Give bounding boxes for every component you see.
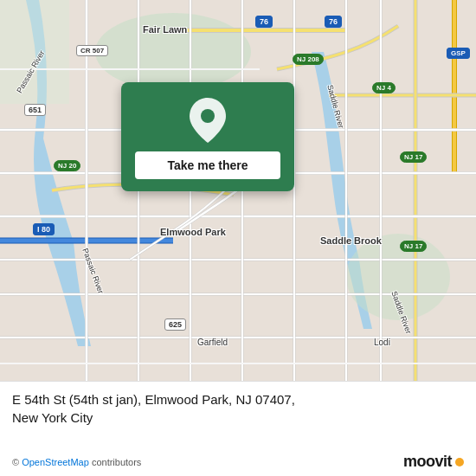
address-line2: New York City [12, 408, 464, 427]
shield-nj4: NJ 4 [372, 82, 396, 93]
label-lodi: Lodi [374, 338, 390, 347]
svg-point-44 [201, 109, 215, 123]
map-container: 76 76 CR 507 651 NJ 20 NJ 208 NJ 4 NJ 17… [0, 0, 476, 381]
label-garfield: Garfield [197, 338, 228, 347]
shield-gsp: GSP [447, 48, 470, 59]
shield-nj20: NJ 20 [54, 160, 80, 171]
svg-rect-3 [0, 0, 69, 104]
shield-nj17-top: NJ 17 [400, 151, 427, 163]
address-line1: E 54th St (54th st jan), Elmwood Park, N… [12, 390, 464, 408]
osm-link[interactable]: OpenStreetMap [22, 457, 92, 467]
moovit-label: moovit [403, 453, 452, 471]
shield-651: 651 [24, 104, 46, 116]
moovit-logo: moovit [403, 453, 464, 471]
moovit-dot [455, 458, 464, 466]
osm-credit: © OpenStreetMap contributors [12, 457, 141, 467]
info-bar: E 54th St (54th st jan), Elmwood Park, N… [0, 381, 476, 476]
location-card: Take me there [121, 82, 294, 191]
shield-625: 625 [164, 318, 186, 331]
label-elmwood-park: Elmwood Park [160, 227, 226, 237]
location-pin-icon [189, 98, 227, 143]
contributors-text: contributors [92, 457, 141, 467]
shield-76-left: 76 [255, 16, 273, 28]
shield-nj17-bottom: NJ 17 [400, 241, 427, 252]
shield-i80: I 80 [33, 223, 55, 235]
shield-cr507: CR 507 [76, 45, 108, 56]
label-fair-lawn: Fair Lawn [143, 24, 187, 35]
copyright-symbol: © [12, 457, 19, 467]
shield-nj208: NJ 208 [293, 54, 324, 65]
label-saddle-brook: Saddle Brook [320, 235, 382, 246]
take-me-there-button[interactable]: Take me there [135, 151, 280, 179]
shield-76-right: 76 [325, 16, 342, 28]
